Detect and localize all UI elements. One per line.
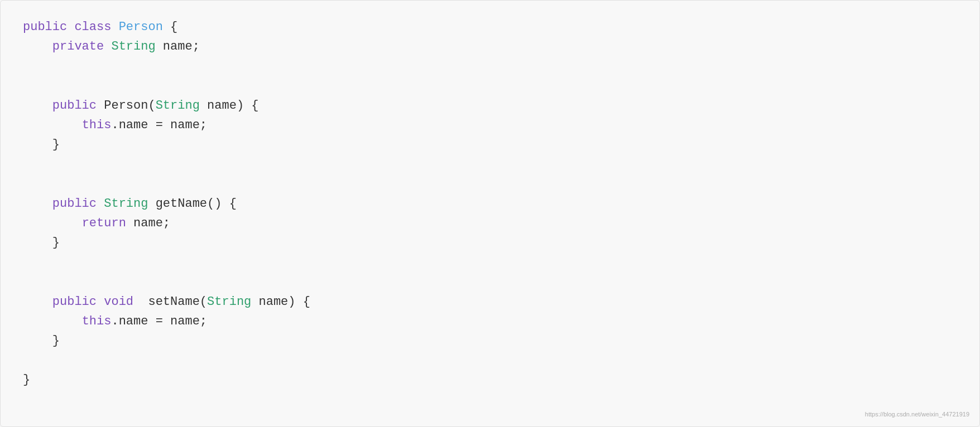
code-token: Person: [119, 20, 163, 34]
code-token: [23, 295, 52, 309]
code-line: public void setName(String name) {: [23, 292, 957, 312]
code-token: [23, 99, 52, 113]
code-token: name) {: [200, 99, 259, 113]
code-line: [23, 174, 957, 194]
code-line: }: [23, 370, 957, 390]
code-token: return: [82, 216, 126, 230]
code-token: [23, 118, 82, 132]
code-line: return name;: [23, 213, 957, 233]
code-token: String: [156, 99, 200, 113]
code-token: public: [52, 295, 104, 309]
code-line: this.name = name;: [23, 312, 957, 331]
code-line: [23, 351, 957, 370]
code-line: [23, 272, 957, 292]
code-token: public: [23, 20, 74, 34]
code-token: void: [104, 295, 141, 309]
code-line: [23, 253, 957, 272]
code-token: getName() {: [148, 197, 236, 211]
code-token: }: [23, 236, 60, 250]
code-token: [23, 216, 82, 230]
code-token: }: [23, 334, 60, 348]
code-line: public Person(String name) {: [23, 96, 957, 115]
code-token: name;: [156, 40, 200, 54]
code-line: [23, 56, 957, 76]
code-line: [23, 154, 957, 174]
code-token: {: [163, 20, 177, 34]
code-token: Person(: [104, 99, 155, 113]
code-container: public class Person { private String nam…: [0, 0, 980, 427]
code-token: [23, 197, 52, 211]
code-line: }: [23, 331, 957, 351]
code-token: this: [82, 118, 112, 132]
code-token: public: [52, 99, 104, 113]
code-line: [23, 76, 957, 96]
code-token: class: [74, 20, 118, 34]
code-token: }: [23, 373, 30, 387]
watermark: https://blog.csdn.net/weixin_44721919: [865, 410, 969, 420]
code-token: String: [207, 295, 251, 309]
code-token: name) {: [251, 295, 310, 309]
code-block: public class Person { private String nam…: [23, 17, 957, 390]
code-token: public: [52, 197, 104, 211]
code-token: [23, 314, 82, 328]
code-token: .name = name;: [111, 118, 207, 132]
code-token: .name = name;: [111, 314, 207, 328]
code-line: this.name = name;: [23, 115, 957, 135]
code-line: public String getName() {: [23, 194, 957, 213]
code-line: public class Person {: [23, 17, 957, 37]
code-token: String: [104, 197, 148, 211]
code-token: this: [82, 314, 112, 328]
code-line: }: [23, 233, 957, 253]
code-token: name;: [126, 216, 170, 230]
code-token: String: [111, 40, 155, 54]
code-token: private: [52, 40, 112, 54]
code-token: }: [23, 138, 60, 152]
code-line: private String name;: [23, 37, 957, 56]
code-token: setName(: [141, 295, 207, 309]
code-token: [23, 40, 52, 54]
code-line: }: [23, 135, 957, 154]
